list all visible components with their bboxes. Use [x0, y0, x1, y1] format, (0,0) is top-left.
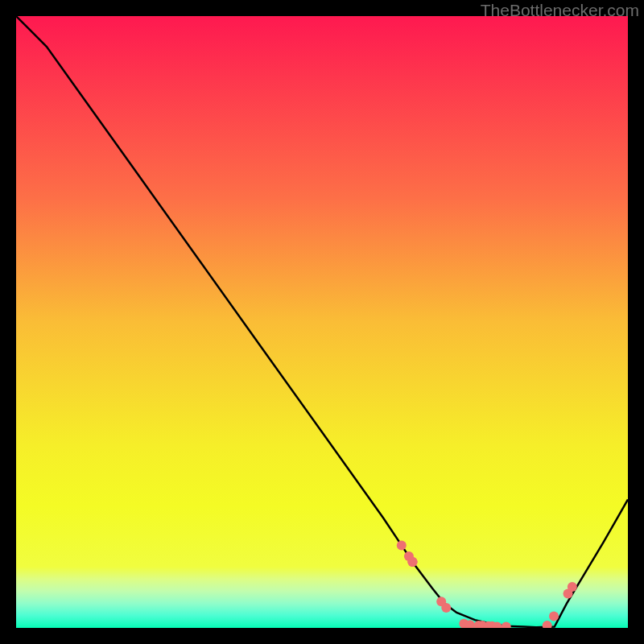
- chart-background: [16, 16, 628, 628]
- curve-marker: [397, 540, 407, 550]
- curve-marker: [568, 582, 577, 592]
- plot-area: [16, 16, 628, 628]
- chart-frame: TheBottlenecker.com: [0, 0, 644, 644]
- curve-marker: [441, 603, 451, 613]
- curve-marker: [549, 612, 559, 621]
- chart-svg: [16, 16, 628, 628]
- curve-marker: [407, 557, 417, 567]
